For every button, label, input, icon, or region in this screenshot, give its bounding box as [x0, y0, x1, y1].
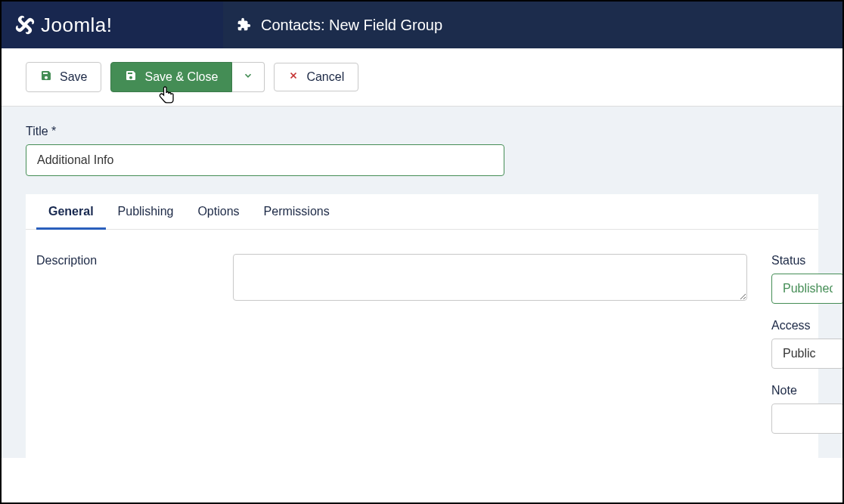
status-select[interactable]: [771, 274, 844, 304]
cancel-label: Cancel: [306, 70, 344, 84]
chevron-down-icon: [243, 70, 253, 84]
puzzle-icon: [235, 17, 252, 33]
save-icon: [125, 70, 137, 85]
page-title: Contacts: New Field Group: [261, 17, 442, 34]
joomla-icon: [14, 14, 36, 36]
save-close-dropdown[interactable]: [232, 62, 265, 92]
access-select[interactable]: [771, 339, 844, 369]
save-close-group: Save & Close: [110, 62, 265, 92]
note-field: Note: [771, 384, 844, 434]
status-field: Status: [771, 254, 844, 304]
tab-permissions[interactable]: Permissions: [252, 194, 342, 229]
status-label: Status: [771, 254, 844, 267]
access-label: Access: [771, 319, 844, 332]
description-label: Description: [36, 254, 218, 434]
cancel-button[interactable]: Cancel: [274, 63, 358, 91]
tab-content: Description Status Access Note: [26, 230, 818, 458]
access-field: Access: [771, 319, 844, 369]
save-close-button[interactable]: Save & Close: [110, 62, 232, 92]
close-icon: [288, 70, 299, 84]
save-label: Save: [60, 70, 87, 84]
brand-logo[interactable]: Joomla!: [14, 14, 113, 37]
title-input[interactable]: [26, 144, 504, 176]
tab-panel: General Publishing Options Permissions D…: [26, 194, 818, 458]
save-icon: [40, 70, 52, 85]
topbar: Joomla! Contacts: New Field Group: [2, 2, 842, 48]
tabs: General Publishing Options Permissions: [26, 194, 818, 230]
title-label: Title *: [26, 125, 818, 138]
description-textarea[interactable]: [233, 254, 747, 301]
tab-publishing[interactable]: Publishing: [106, 194, 186, 229]
note-input[interactable]: [771, 404, 844, 434]
brand-text: Joomla!: [41, 14, 113, 37]
tab-options[interactable]: Options: [185, 194, 251, 229]
main-column: Description: [36, 254, 747, 434]
toolbar: Save Save & Close Cancel: [2, 48, 842, 107]
body-area: Title * General Publishing Options Permi…: [2, 107, 842, 458]
save-close-label: Save & Close: [144, 70, 218, 84]
brand-area: Joomla!: [2, 2, 223, 48]
tab-general[interactable]: General: [36, 194, 106, 229]
note-label: Note: [771, 384, 844, 397]
side-column: Status Access Note: [771, 254, 844, 434]
titlebar: Contacts: New Field Group: [223, 2, 842, 48]
save-button[interactable]: Save: [26, 62, 101, 92]
